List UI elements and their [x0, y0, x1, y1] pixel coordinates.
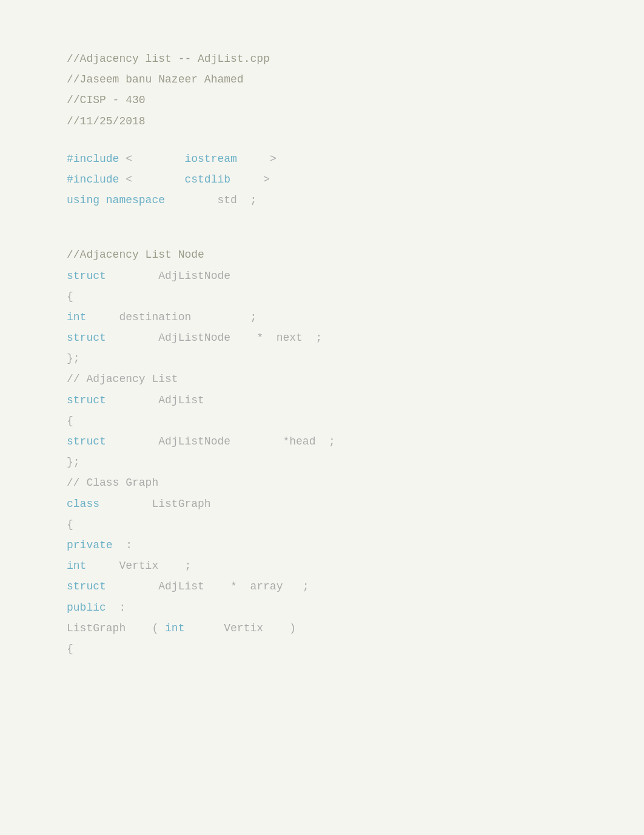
plain-text: { [67, 286, 73, 307]
code-line-7: using namespace std ; [67, 190, 644, 210]
code-part-26-3: ; [283, 576, 309, 597]
code-part-26-1: AdjList * [106, 576, 250, 597]
code-part-19-0: struct [67, 431, 106, 452]
code-part-16-0: // [67, 369, 86, 389]
code-line-2: //CISP - 430 [67, 90, 644, 110]
code-part-6-1: < [119, 169, 132, 190]
code-line-17: struct AdjList [67, 390, 644, 411]
code-line-18: { [67, 411, 644, 431]
code-part-25-0: int [67, 555, 86, 576]
code-part-21-1: Class Graph [86, 472, 158, 493]
code-line-19: struct AdjListNode *head ; [67, 431, 644, 452]
code-container: //Adjacency list -- AdjList.cpp//Jaseem … [67, 49, 644, 659]
comment-text: //CISP - 430 [67, 90, 146, 110]
code-part-17-1: AdjList [106, 390, 204, 411]
code-part-11-0: struct [67, 266, 106, 286]
comment-text: //11/25/2018 [67, 111, 146, 132]
code-line-26: struct AdjList * array ; [67, 576, 644, 597]
code-part-14-1: AdjListNode * next ; [106, 327, 322, 348]
code-line-5: #include < iostream > [67, 149, 644, 169]
code-part-6-2 [132, 169, 184, 190]
code-part-24-0: private [67, 535, 113, 555]
code-part-17-0: struct [67, 390, 106, 411]
code-part-21-0: // [67, 472, 86, 493]
plain-text: }; [67, 348, 80, 369]
code-part-27-1: : [106, 597, 126, 618]
code-line-12: { [67, 286, 644, 307]
code-line-3: //11/25/2018 [67, 111, 644, 132]
code-line-21: // Class Graph [67, 472, 644, 493]
plain-text: { [67, 514, 73, 535]
code-part-13-0: int [67, 307, 86, 327]
code-part-5-4: > [237, 149, 277, 169]
code-line-25: int Vertix ; [67, 555, 644, 576]
code-line-23: { [67, 514, 644, 535]
code-part-6-0: #include [67, 169, 119, 190]
code-part-6-3: cstdlib [184, 169, 230, 190]
code-part-22-0: class [67, 494, 99, 514]
code-part-22-1: ListGraph [99, 494, 211, 514]
code-part-5-2 [132, 149, 184, 169]
code-line-16: // Adjacency List [67, 369, 644, 389]
code-part-5-3: iostream [184, 149, 236, 169]
code-line-20: }; [67, 452, 644, 472]
plain-text: { [67, 639, 73, 659]
code-part-28-2: Vertix ) [184, 618, 296, 639]
code-line-0: //Adjacency list -- AdjList.cpp [67, 49, 644, 69]
code-part-28-1: int [165, 618, 184, 639]
spacer-line-8 [67, 210, 644, 227]
code-line-11: struct AdjListNode [67, 266, 644, 286]
code-part-19-1: AdjListNode *head ; [106, 431, 335, 452]
code-part-27-0: public [67, 597, 106, 618]
comment-text: //Adjacency list -- AdjList.cpp [67, 49, 270, 69]
comment-text: //Jaseem banu Nazeer Ahamed [67, 69, 244, 90]
code-part-14-0: struct [67, 327, 106, 348]
code-line-29: { [67, 639, 644, 659]
code-line-13: int destination ; [67, 307, 644, 327]
code-part-5-1: < [119, 149, 132, 169]
spacer-line-4 [67, 132, 644, 149]
code-line-27: public : [67, 597, 644, 618]
code-part-26-2: array [250, 576, 283, 597]
code-part-28-0: ListGraph ( [67, 618, 165, 639]
code-part-16-1: Adjacency List [86, 369, 178, 389]
code-part-13-1: destination ; [86, 307, 257, 327]
code-part-25-1: Vertix ; [86, 555, 191, 576]
code-line-22: class ListGraph [67, 494, 644, 514]
code-line-28: ListGraph ( int Vertix ) [67, 618, 644, 639]
code-part-7-2: std ; [217, 190, 257, 210]
code-part-26-0: struct [67, 576, 106, 597]
code-line-14: struct AdjListNode * next ; [67, 327, 644, 348]
code-part-11-1: AdjListNode [106, 266, 230, 286]
comment-text: //Adjacency List Node [67, 244, 204, 265]
code-part-6-4: > [230, 169, 270, 190]
code-line-6: #include < cstdlib > [67, 169, 644, 190]
code-part-24-1: : [113, 535, 132, 555]
code-line-1: //Jaseem banu Nazeer Ahamed [67, 69, 644, 90]
code-line-15: }; [67, 348, 644, 369]
plain-text: { [67, 411, 73, 431]
code-part-7-0: using namespace [67, 190, 165, 210]
code-line-24: private : [67, 535, 644, 555]
code-line-10: //Adjacency List Node [67, 244, 644, 265]
code-part-7-1 [165, 190, 217, 210]
spacer-line-9 [67, 227, 644, 244]
code-part-5-0: #include [67, 149, 119, 169]
plain-text: }; [67, 452, 80, 472]
